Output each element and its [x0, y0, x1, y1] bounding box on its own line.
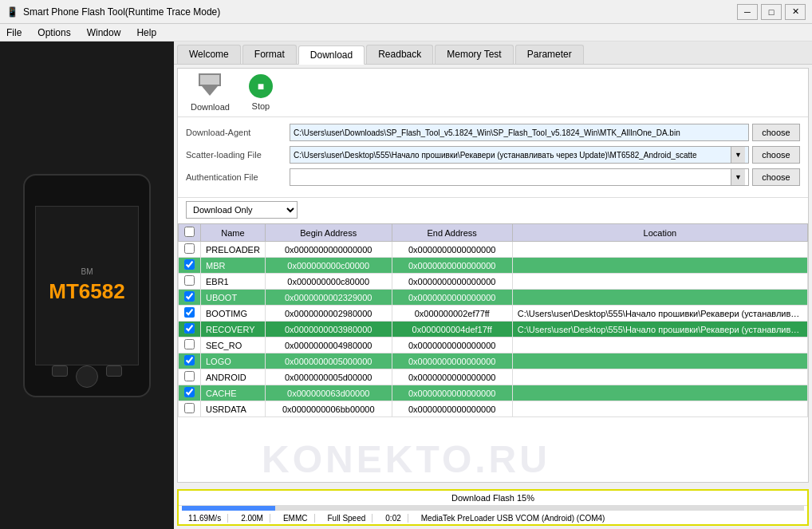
- row-checkbox-cell: [179, 242, 201, 258]
- row-end-addr: 0x0000000000000000: [392, 353, 512, 369]
- col-begin: Begin Address: [265, 224, 392, 242]
- row-checkbox-cell: [179, 369, 201, 385]
- minimize-button[interactable]: ─: [737, 4, 758, 20]
- status-speed: 11.69M/s: [182, 514, 228, 523]
- row-checkbox-cell: [179, 274, 201, 290]
- row-end-addr: 0x0000000000000000: [392, 290, 512, 306]
- table-row[interactable]: EBR10x000000000c800000x0000000000000000: [179, 274, 808, 290]
- partition-table: Name Begin Address End Address Location …: [178, 223, 808, 417]
- scatter-loading-input[interactable]: C:\Users\user\Desktop\555\Начало прошивк…: [290, 146, 749, 164]
- status-speed-mode: Full Speed: [321, 514, 373, 523]
- row-checkbox[interactable]: [184, 355, 195, 365]
- row-end-addr: 0x0000000000000000: [392, 401, 512, 417]
- table-row[interactable]: LOGO0x00000000050000000x0000000000000000: [179, 353, 808, 369]
- row-checkbox[interactable]: [184, 371, 195, 381]
- col-name: Name: [201, 224, 266, 242]
- close-button[interactable]: ✕: [785, 4, 806, 20]
- row-checkbox[interactable]: [184, 339, 195, 349]
- table-row[interactable]: UBOOT0x00000000023290000x000000000000000…: [179, 290, 808, 306]
- row-begin-addr: 0x000000063d00000: [265, 385, 392, 401]
- table-row[interactable]: RECOVERY0x00000000039800000x000000004def…: [179, 322, 808, 338]
- app-icon: 📱: [6, 6, 18, 18]
- tool-panel: Download ■ Stop Download-Agent C:\Users\…: [177, 68, 809, 483]
- tab-format[interactable]: Format: [242, 45, 297, 64]
- row-location: [512, 369, 807, 385]
- phone-panel: BM MT6582: [0, 41, 174, 529]
- tab-readback[interactable]: Readback: [366, 45, 433, 64]
- menu-window[interactable]: Window: [84, 27, 124, 38]
- menu-file[interactable]: File: [3, 27, 25, 38]
- status-device: MediaTek PreLoader USB VCOM (Android) (C…: [415, 514, 804, 523]
- row-name: MBR: [201, 258, 266, 274]
- stop-icon: ■: [249, 74, 273, 98]
- tabs: Welcome Format Download Readback Memory …: [174, 41, 812, 65]
- authentication-row: Authentication File ▼ choose: [186, 168, 800, 186]
- col-end: End Address: [392, 224, 512, 242]
- row-checkbox[interactable]: [184, 291, 195, 302]
- table-row[interactable]: MBR0x000000000c000000x0000000000000000: [179, 258, 808, 274]
- row-checkbox[interactable]: [184, 323, 195, 334]
- row-begin-addr: 0x0000000002329000: [265, 290, 392, 306]
- title-bar: 📱 Smart Phone Flash Tool(Runtime Trace M…: [0, 0, 812, 24]
- phone-home-button: [76, 365, 98, 388]
- tab-download[interactable]: Download: [298, 45, 365, 65]
- row-begin-addr: 0x0000000002980000: [265, 306, 392, 322]
- scatter-loading-choose[interactable]: choose: [752, 146, 800, 164]
- authentication-input[interactable]: ▼: [290, 168, 749, 186]
- select-all-checkbox[interactable]: [184, 227, 195, 237]
- download-label: Download: [191, 102, 230, 112]
- col-location: Location: [512, 224, 807, 242]
- download-button[interactable]: Download: [191, 73, 230, 112]
- tab-memory-test[interactable]: Memory Test: [435, 45, 513, 64]
- stop-button[interactable]: ■ Stop: [249, 74, 273, 111]
- phone-menu-button: [106, 365, 122, 377]
- row-checkbox[interactable]: [184, 307, 195, 318]
- menu-options[interactable]: Options: [34, 27, 73, 38]
- row-begin-addr: 0x000000000c00000: [265, 258, 392, 274]
- phone-brand: BM: [81, 267, 93, 276]
- row-checkbox-cell: [179, 353, 201, 369]
- row-checkbox[interactable]: [184, 259, 195, 270]
- row-name: LOGO: [201, 353, 266, 369]
- tab-parameter[interactable]: Parameter: [515, 45, 584, 64]
- row-name: USRDATA: [201, 401, 266, 417]
- download-agent-choose[interactable]: choose: [752, 124, 800, 141]
- authentication-choose[interactable]: choose: [752, 168, 800, 186]
- row-checkbox[interactable]: [184, 275, 195, 286]
- scatter-loading-arrow[interactable]: ▼: [731, 146, 745, 164]
- row-name: EBR1: [201, 274, 266, 290]
- row-name: PRELOADER: [201, 242, 266, 258]
- row-checkbox[interactable]: [184, 387, 195, 397]
- status-storage: EMMC: [277, 514, 315, 523]
- row-location: [512, 274, 807, 290]
- row-location: [512, 290, 807, 306]
- table-row[interactable]: SEC_RO0x00000000049800000x00000000000000…: [179, 338, 808, 353]
- status-size: 2.00M: [235, 514, 270, 523]
- mode-dropdown-row: Download Only Firmware Upgrade Format Al…: [178, 198, 808, 223]
- row-location: C:\Users\user\Desktop\555\Начало прошивк…: [512, 322, 807, 338]
- table-row[interactable]: USRDATA0x0000000006bb000000x000000000000…: [179, 401, 808, 417]
- row-begin-addr: 0x0000000005000000: [265, 353, 392, 369]
- table-row[interactable]: PRELOADER0x00000000000000000x00000000000…: [179, 242, 808, 258]
- row-name: UBOOT: [201, 290, 266, 306]
- authentication-arrow[interactable]: ▼: [731, 168, 745, 186]
- status-bar: Download Flash 15% 11.69M/s 2.00M EMMC F…: [177, 489, 809, 526]
- table-row[interactable]: ANDROID0x0000000005d000000x0000000000000…: [179, 369, 808, 385]
- row-location: [512, 338, 807, 353]
- row-checkbox[interactable]: [184, 403, 195, 413]
- row-begin-addr: 0x0000000004980000: [265, 338, 392, 353]
- window-controls[interactable]: ─ □ ✕: [737, 4, 806, 20]
- mode-dropdown[interactable]: Download Only Firmware Upgrade Format Al…: [186, 201, 298, 219]
- table-row[interactable]: CACHE0x000000063d000000x0000000000000000: [179, 385, 808, 401]
- tab-welcome[interactable]: Welcome: [177, 45, 241, 64]
- row-checkbox-cell: [179, 401, 201, 417]
- menu-help[interactable]: Help: [133, 27, 160, 38]
- download-agent-input[interactable]: C:\Users\user\Downloads\SP_Flash_Tool_v5…: [290, 124, 749, 141]
- row-checkbox[interactable]: [184, 243, 195, 254]
- row-end-addr: 0x0000000000000000: [392, 369, 512, 385]
- authentication-label: Authentication File: [186, 172, 290, 182]
- row-name: ANDROID: [201, 369, 266, 385]
- table-row[interactable]: BOOTIMG0x00000000029800000x000000002ef77…: [179, 306, 808, 322]
- maximize-button[interactable]: □: [761, 4, 782, 20]
- download-agent-label: Download-Agent: [186, 128, 290, 137]
